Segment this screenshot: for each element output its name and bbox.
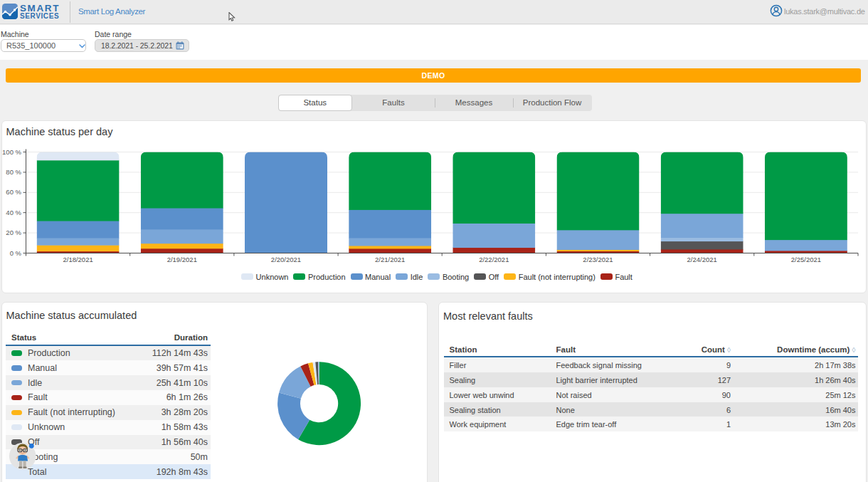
svg-text:2/25/2021: 2/25/2021 [791, 256, 821, 263]
svg-text:80 %: 80 % [6, 168, 21, 176]
svg-text:2/22/2021: 2/22/2021 [479, 256, 509, 263]
svg-text:2/19/2021: 2/19/2021 [167, 256, 197, 263]
svg-text:100 %: 100 % [2, 148, 21, 156]
svg-text:60 %: 60 % [6, 188, 21, 196]
svg-text:2/24/2021: 2/24/2021 [687, 256, 717, 263]
svg-text:20 %: 20 % [6, 229, 21, 236]
svg-text:2/20/2021: 2/20/2021 [271, 256, 301, 263]
svg-text:2/21/2021: 2/21/2021 [375, 256, 405, 263]
svg-text:40 %: 40 % [6, 209, 21, 216]
svg-text:2/18/2021: 2/18/2021 [63, 256, 92, 263]
svg-text:2/23/2021: 2/23/2021 [583, 256, 613, 263]
svg-text:0 %: 0 % [10, 249, 22, 257]
